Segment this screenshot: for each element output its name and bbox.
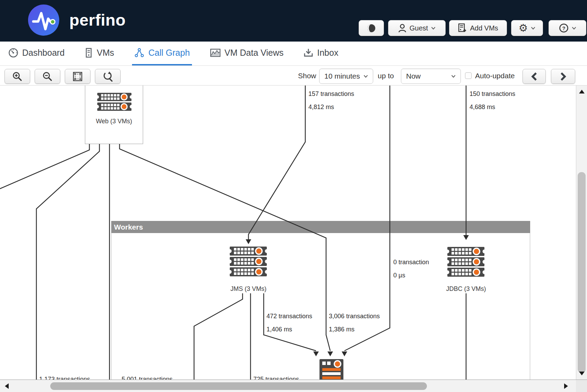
zoom-out-button[interactable] [35, 69, 60, 84]
time-range-select[interactable]: 10 minutes [319, 69, 373, 84]
dashboard-icon [8, 48, 18, 58]
web-node-icon [96, 93, 133, 111]
chevron-down-icon [431, 27, 436, 30]
edge-count: 5,001 transactions [122, 376, 173, 380]
edge-count: 1,173 transactions [39, 376, 90, 380]
tab-label: Dashboard [22, 48, 64, 58]
web-node-label: Web (3 VMs) [85, 118, 143, 125]
vertical-scrollbar[interactable] [576, 86, 587, 380]
chevron-left-icon [531, 72, 538, 81]
user-menu-label: Guest [410, 24, 428, 32]
chart-icon [210, 48, 221, 58]
zoom-in-button[interactable] [5, 69, 30, 84]
edge-time: 1,406 ms [266, 326, 312, 333]
horizontal-scrollbar[interactable] [0, 380, 587, 392]
chevron-down-icon [531, 27, 535, 30]
call-graph-canvas[interactable]: Workers [0, 86, 576, 380]
edge-label-partial: 1,173 transactions [39, 376, 90, 380]
edge-count: 472 transactions [266, 313, 312, 320]
tab-call-graph[interactable]: Call Graph [132, 42, 192, 65]
theme-icon [367, 24, 376, 33]
edge-count: 725 transactions [253, 376, 299, 380]
zoom-out-icon [42, 71, 53, 82]
svg-text:?: ? [562, 25, 565, 31]
tab-vm-data-views[interactable]: VM Data Views [208, 42, 286, 65]
user-icon [398, 24, 406, 33]
tab-label: VM Data Views [225, 48, 283, 58]
show-label: Show [298, 66, 316, 86]
tab-inbox[interactable]: Inbox [301, 42, 340, 65]
zoom-in-icon [12, 71, 23, 82]
up-to-label: up to [378, 66, 394, 86]
edge-time: 1,386 ms [329, 326, 380, 333]
tab-vms[interactable]: VMs [82, 42, 116, 65]
database-node-icon [319, 359, 343, 380]
gear-icon: ⚙ [519, 23, 528, 33]
edge-count: 3,006 transactions [329, 313, 380, 320]
time-end-select[interactable]: Now [401, 69, 461, 84]
chevron-down-icon [451, 75, 456, 78]
add-vms-label: Add VMs [470, 24, 498, 32]
reset-zoom-icon [103, 71, 113, 82]
graph-toolbar: Show 10 minutes up to Now Auto-update [0, 66, 587, 86]
history-back-button[interactable] [523, 69, 546, 84]
chevron-right-icon [559, 72, 567, 81]
edge-label-web-jdbc: 150 transactions 4,688 ms [470, 90, 515, 111]
jms-node-icon [228, 247, 269, 276]
edge-label-partial: 725 transactions [253, 376, 299, 380]
scroll-up-arrow[interactable] [579, 90, 585, 93]
fit-to-screen-icon [72, 71, 83, 82]
edge-label-web-jms: 157 transactions 4,812 ms [308, 90, 354, 111]
brand-title: perfino [69, 10, 126, 29]
edge-count: 157 transactions [308, 90, 354, 98]
graph-edges [0, 86, 576, 380]
add-vms-button[interactable]: Add VMs [449, 20, 507, 36]
horizontal-scroll-thumb[interactable] [50, 382, 427, 390]
time-range-value: 10 minutes [324, 72, 360, 80]
jdbc-node-label: JDBC (3 VMs) [438, 285, 494, 293]
call-graph-icon [134, 48, 144, 58]
edge-label-zero: 0 transaction 0 µs [393, 259, 429, 279]
edge-time: 4,688 ms [470, 104, 515, 111]
tab-dashboard[interactable]: Dashboard [6, 42, 67, 65]
help-icon: ? [559, 23, 569, 33]
vms-icon [85, 48, 93, 58]
theme-toggle-button[interactable] [359, 20, 384, 36]
add-vm-icon [458, 23, 467, 33]
settings-button[interactable]: ⚙ [511, 20, 543, 36]
auto-update-checkbox[interactable] [465, 72, 472, 79]
inbox-icon [304, 48, 313, 58]
chevron-down-icon [363, 75, 368, 78]
history-forward-button[interactable] [551, 69, 575, 84]
jdbc-node-icon [446, 247, 487, 277]
reset-zoom-button[interactable] [95, 69, 121, 84]
jms-node-label: JMS (3 VMs) [221, 285, 276, 293]
edge-label-partial: 5,001 transactions [122, 376, 173, 380]
scrollbar-corner [576, 380, 587, 392]
tab-label: Call Graph [148, 48, 190, 58]
edge-count: 150 transactions [470, 90, 515, 98]
perfino-logo-icon [27, 3, 60, 37]
help-button[interactable]: ? [549, 20, 586, 36]
auto-update-label: Auto-update [475, 66, 515, 86]
tab-bar: Dashboard VMs Call Graph VM Data Views [0, 42, 587, 66]
edge-count: 0 transaction [393, 259, 429, 266]
vertical-scroll-thumb[interactable] [578, 172, 586, 373]
time-end-value: Now [406, 72, 421, 80]
scroll-down-arrow[interactable] [579, 372, 585, 375]
edge-time: 0 µs [393, 272, 429, 279]
chevron-down-icon [572, 27, 576, 30]
user-menu-button[interactable]: Guest [388, 20, 446, 36]
app-header: perfino Guest Add VMs ⚙ [0, 0, 587, 42]
fit-to-screen-button[interactable] [65, 69, 90, 84]
edge-label-web-db: 3,006 transactions 1,386 ms [329, 313, 380, 333]
scroll-right-arrow[interactable] [564, 383, 568, 389]
scroll-left-arrow[interactable] [5, 383, 9, 389]
edge-label-jms-db: 472 transactions 1,406 ms [266, 313, 312, 333]
edge-time: 4,812 ms [308, 104, 354, 111]
tab-label: Inbox [317, 48, 338, 58]
tab-label: VMs [97, 48, 114, 58]
